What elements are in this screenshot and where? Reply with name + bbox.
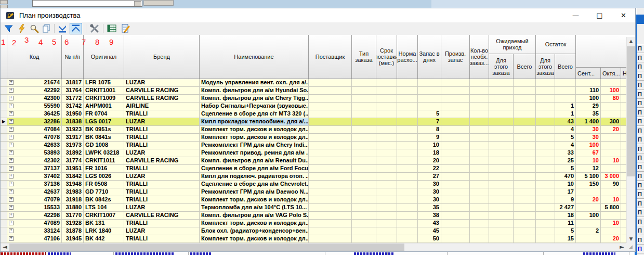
expand-button[interactable]: + (9, 150, 14, 155)
cell-remainder-total[interactable]: 1 (555, 103, 576, 110)
background-window-right[interactable]: ППППППППППППППППППППППП (637, 8, 644, 255)
cell-brand[interactable]: TRIALLI (124, 142, 200, 149)
row-indicator[interactable] (1, 196, 7, 204)
cell-brand[interactable]: CARVILLE RACING (124, 212, 200, 220)
header-expected-total[interactable]: Всего (514, 54, 536, 79)
table-row[interactable]: +2167431817LFR 1075LUZARМодуль управлени… (1, 79, 635, 87)
cell-expected-for-order[interactable] (489, 188, 514, 196)
cell-month-september[interactable]: 110 (576, 87, 601, 95)
cell-brand[interactable]: TRIALLI (124, 235, 200, 243)
cell-delivery-term[interactable] (376, 79, 397, 87)
cell-prod-stock[interactable] (441, 220, 470, 227)
cell-stock-days[interactable] (418, 79, 441, 87)
cell-npp[interactable]: 31951 (62, 165, 84, 173)
cell-remainder-for-order[interactable] (536, 134, 555, 142)
row-indicator[interactable] (1, 134, 7, 142)
background-grid-row[interactable]: П (637, 190, 644, 199)
row-indicator[interactable] (1, 103, 7, 110)
cell-delivery-term[interactable] (376, 142, 397, 149)
cell-name[interactable]: Компл. фильтров для а/м Renault Du... (200, 157, 309, 165)
cell-expected-for-order[interactable] (489, 212, 514, 220)
cell-month-october[interactable] (601, 110, 621, 118)
table-row[interactable]: +4230231774CRKIT1011CARVILLE RACINGКомпл… (1, 157, 635, 165)
cell-month-september[interactable] (576, 235, 601, 243)
cell-month-october[interactable]: 90 (601, 181, 621, 188)
cell-expected-total[interactable] (514, 79, 536, 87)
cell-month-september[interactable]: 30 (576, 134, 601, 142)
cell-kod[interactable]: +42637 (7, 188, 62, 196)
table-row[interactable]: +4710631945BK 442TRIALLIКомплект торм. д… (1, 235, 635, 243)
expand-button[interactable]: + (9, 213, 14, 218)
cell-original[interactable]: BK 0951s (84, 126, 124, 134)
cell-prod-stock[interactable] (441, 118, 470, 126)
cell-npp[interactable]: 31770 (62, 212, 84, 220)
scroll-left-button[interactable]: ◄ (1, 244, 9, 251)
cell-original[interactable]: LGS 0017 (84, 118, 124, 126)
cell-remainder-total[interactable]: 17 (555, 188, 576, 196)
expand-button[interactable]: + (9, 189, 14, 194)
cell-delivery-term[interactable] (376, 103, 397, 110)
cell-npp[interactable]: 31950 (62, 110, 84, 118)
cell-delivery-term[interactable] (376, 87, 397, 95)
cell-brand[interactable]: TRIALLI (124, 126, 200, 134)
header-expected-for-order[interactable]: Для этого заказа (489, 54, 514, 79)
expand-button[interactable]: + (9, 166, 14, 171)
cell-month-october[interactable] (601, 149, 621, 157)
cell-expected-for-order[interactable] (489, 134, 514, 142)
cell-supplier[interactable] (309, 149, 352, 157)
cell-consumption-rate[interactable] (397, 204, 418, 212)
table-row[interactable]: +5389331892LWPK 03218LUZARРемкомплект пр… (1, 149, 635, 157)
cell-qty-needed[interactable] (470, 181, 489, 188)
row-indicator[interactable] (1, 181, 7, 188)
cell-month-september[interactable] (576, 79, 601, 87)
close-button[interactable]: ✕ (612, 8, 635, 22)
cell-order-type[interactable] (352, 188, 376, 196)
cell-stock-days[interactable]: 20 (418, 157, 441, 165)
cell-prod-stock[interactable] (441, 95, 470, 103)
cell-month-october[interactable]: 300 (601, 118, 621, 126)
expand-button[interactable]: + (9, 197, 14, 202)
table-row[interactable]: +1553331880LTS 104LUZARТермопломба для а… (1, 204, 635, 212)
background-grid-row[interactable]: П (637, 208, 644, 217)
cell-month-october[interactable] (601, 79, 621, 87)
tools-button[interactable] (88, 23, 101, 34)
header-group-expected[interactable]: Ожидаемый приход (489, 35, 536, 54)
cell-remainder-for-order[interactable] (536, 165, 555, 173)
cell-kod[interactable]: +55590 (7, 103, 62, 110)
row-indicator[interactable] (1, 204, 7, 212)
cell-npp[interactable]: 31918 (62, 196, 84, 204)
cell-stock-days[interactable] (418, 95, 441, 103)
background-grid-row[interactable]: П (637, 172, 644, 181)
cell-expected-total[interactable] (514, 110, 536, 118)
cell-qty-needed[interactable] (470, 212, 489, 220)
header-remainder-for-order[interactable]: Для этого заказа (536, 54, 555, 79)
cell-consumption-rate[interactable] (397, 220, 418, 227)
cell-supplier[interactable] (309, 87, 352, 95)
cell-order-type[interactable] (352, 220, 376, 227)
cell-expected-for-order[interactable] (489, 204, 514, 212)
cell-name[interactable]: Кмпл прокладок теплообмен. для а/... (200, 118, 309, 126)
cell-expected-for-order[interactable] (489, 95, 514, 103)
title-bar[interactable]: План производства — □ ✕ (1, 8, 635, 22)
cell-expected-for-order[interactable] (489, 157, 514, 165)
cell-original[interactable]: LRK 1840 (84, 227, 124, 235)
expand-button[interactable]: + (9, 127, 14, 132)
background-grid-row[interactable]: П (637, 199, 644, 208)
cell-kod[interactable]: +47084 (7, 126, 62, 134)
cell-remainder-total[interactable]: 33 (555, 149, 576, 157)
cell-month-september[interactable] (576, 188, 601, 196)
cell-order-type[interactable] (352, 227, 376, 235)
cell-month-september[interactable]: 12 (576, 165, 601, 173)
cell-expected-for-order[interactable] (489, 103, 514, 110)
cell-original[interactable]: LTS 104 (84, 204, 124, 212)
cell-expected-for-order[interactable] (489, 142, 514, 149)
cell-kod[interactable]: +37402 (7, 173, 62, 181)
cell-delivery-term[interactable] (376, 235, 397, 243)
row-indicator[interactable] (1, 87, 7, 95)
cell-month-september[interactable]: 29 (576, 103, 601, 110)
cell-brand[interactable]: LUZAR (124, 173, 200, 181)
cell-remainder-for-order[interactable] (536, 157, 555, 165)
background-grid-row[interactable]: П (637, 81, 644, 90)
cell-month-september[interactable]: 100 (576, 142, 601, 149)
cell-npp[interactable]: 31948 (62, 181, 84, 188)
